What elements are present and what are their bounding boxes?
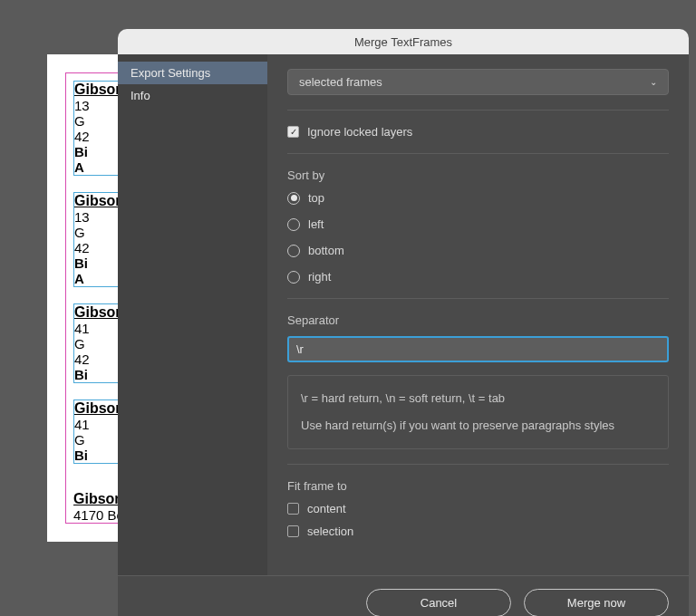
sort-bottom-radio[interactable]: bottom bbox=[287, 244, 669, 257]
radio-label: top bbox=[308, 191, 324, 205]
button-label: Cancel bbox=[420, 596, 457, 610]
checkbox-icon bbox=[287, 503, 299, 515]
sort-by-radio-group: top left bottom right bbox=[287, 191, 669, 284]
radio-label: bottom bbox=[308, 244, 344, 257]
separator-label: Separator bbox=[287, 313, 669, 327]
cancel-button[interactable]: Cancel bbox=[366, 589, 511, 616]
merge-now-button[interactable]: Merge now bbox=[524, 589, 669, 616]
sort-left-radio[interactable]: left bbox=[287, 217, 669, 231]
separator-help-box: \r = hard return, \n = soft return, \t =… bbox=[287, 375, 669, 449]
sidebar-item-info[interactable]: Info bbox=[118, 84, 267, 107]
sidebar-item-label: Export Settings bbox=[130, 66, 210, 80]
fit-frame-label: Fit frame to bbox=[287, 479, 669, 493]
dialog-titlebar: Merge TextFrames bbox=[118, 29, 689, 54]
dialog-content: selected frames ⌄ ✓ Ignore locked layers… bbox=[267, 54, 689, 575]
checkbox-icon: ✓ bbox=[287, 126, 299, 138]
radio-icon bbox=[287, 192, 300, 205]
checkbox-label: content bbox=[307, 502, 346, 515]
divider bbox=[287, 464, 669, 465]
checkbox-icon bbox=[287, 525, 299, 537]
radio-icon bbox=[287, 218, 300, 231]
dialog-button-row: Cancel Merge now bbox=[118, 575, 689, 616]
sort-by-label: Sort by bbox=[287, 168, 669, 182]
dropdown-value: selected frames bbox=[299, 75, 382, 89]
fit-content-checkbox[interactable]: content bbox=[287, 502, 669, 515]
separator-input[interactable] bbox=[287, 336, 669, 362]
divider bbox=[287, 153, 669, 154]
chevron-down-icon: ⌄ bbox=[650, 77, 657, 87]
sidebar-item-export-settings[interactable]: Export Settings bbox=[118, 62, 267, 84]
sort-top-radio[interactable]: top bbox=[287, 191, 669, 205]
merge-textframes-dialog: Merge TextFrames Export Settings Info se… bbox=[118, 29, 689, 616]
ignore-locked-checkbox[interactable]: ✓ Ignore locked layers bbox=[287, 125, 669, 139]
checkbox-label: selection bbox=[307, 525, 353, 538]
dialog-sidebar: Export Settings Info bbox=[118, 54, 267, 575]
radio-label: left bbox=[308, 217, 324, 231]
sort-right-radio[interactable]: right bbox=[287, 270, 669, 284]
divider bbox=[287, 298, 669, 299]
radio-icon bbox=[287, 271, 300, 284]
sidebar-item-label: Info bbox=[130, 89, 150, 102]
fit-frame-group: content selection bbox=[287, 502, 669, 538]
checkbox-label: Ignore locked layers bbox=[307, 125, 412, 139]
frames-dropdown[interactable]: selected frames ⌄ bbox=[287, 69, 669, 95]
divider bbox=[287, 110, 669, 111]
help-text-1: \r = hard return, \n = soft return, \t =… bbox=[301, 390, 655, 407]
dialog-title: Merge TextFrames bbox=[354, 35, 452, 49]
button-label: Merge now bbox=[567, 596, 625, 610]
radio-label: right bbox=[308, 270, 331, 284]
help-text-2: Use hard return(s) if you want to preser… bbox=[301, 418, 655, 434]
fit-selection-checkbox[interactable]: selection bbox=[287, 525, 669, 538]
radio-icon bbox=[287, 245, 300, 257]
